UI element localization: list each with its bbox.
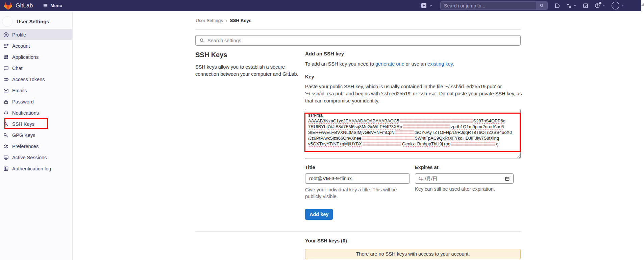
calendar-icon — [505, 176, 510, 181]
sidebar-item-preferences[interactable]: Preferences — [0, 141, 72, 152]
plus-icon — [421, 3, 426, 8]
chat-icon — [3, 66, 9, 71]
sidebar-item-account[interactable]: Account — [0, 40, 72, 51]
gitlab-logo-link[interactable]: GitLab — [4, 1, 33, 10]
key-field-help: Paste your public SSH key, which is usua… — [305, 83, 522, 104]
new-item-dropdown[interactable] — [421, 0, 432, 11]
redacted-blur — [395, 130, 414, 134]
key-icon — [3, 133, 9, 138]
sidebar-item-authentication-log[interactable]: Authentication log — [0, 163, 72, 174]
menu-button[interactable]: Menu — [43, 3, 62, 8]
avatar — [2, 16, 13, 27]
sidebar-item-label: GPG Keys — [12, 133, 35, 138]
ssh-key-line: AAAAB3NzaC1yc2EAAAADAQABAAABAQC5S297nS4Q… — [308, 118, 517, 124]
sidebar-item-ssh-keys[interactable]: SSH Keys — [0, 118, 72, 129]
title-field-label: Title — [305, 165, 315, 170]
tokens-icon — [3, 77, 9, 82]
ssh-key-text: Genkx+BmhppThU9j roo — [402, 141, 450, 146]
sidebar-item-label: Applications — [12, 54, 39, 60]
generate-one-link[interactable]: generate one — [375, 61, 404, 67]
expires-date-input[interactable]: 年 /月/日 — [415, 173, 514, 184]
profile-icon — [3, 32, 9, 38]
ssh-key-text: v5GXTnyYT/NT+gMjlUYBX — [308, 141, 362, 146]
sidebar-item-emails[interactable]: Emails — [0, 85, 72, 96]
issues-icon[interactable] — [554, 3, 560, 8]
gitlab-tanuki-icon — [4, 1, 13, 10]
sidebar-item-label: SSH Keys — [12, 121, 34, 127]
title-input[interactable] — [305, 173, 410, 184]
sidebar-item-profile[interactable]: Profile — [0, 29, 72, 40]
sidebar-item-gpg-keys[interactable]: GPG Keys — [0, 129, 72, 141]
screen-corner-artifact — [641, 3, 644, 6]
title-field-help: Give your individual key a title. This w… — [305, 186, 413, 200]
expires-field-help: Key can still be used after expiration. — [415, 186, 495, 192]
sidebar-item-label: Chat — [12, 66, 23, 71]
preferences-icon — [3, 144, 9, 149]
avatar — [612, 2, 619, 9]
breadcrumb-user-settings[interactable]: User Settings — [196, 18, 223, 23]
todos-icon[interactable] — [583, 3, 588, 8]
sidebar-item-label: Preferences — [12, 144, 39, 149]
ssh-key-text: zprth1Q1m9pmr2nrodAas6 — [451, 124, 504, 129]
intro-suffix: . — [453, 61, 454, 67]
ssh-key-text: 7RUIBYbj7dJiB8d7FM6sq8McGcWLPH4P3XRn — [308, 124, 402, 129]
ssh-key-text: /Jz6PtP/wkSizs66OnvXnee — [308, 136, 362, 141]
hamburger-icon — [43, 3, 48, 8]
sidebar-item-label: Notifications — [12, 110, 39, 116]
sidebar-item-access-tokens[interactable]: Access Tokens — [0, 74, 72, 85]
divider — [195, 29, 521, 30]
key-icon — [3, 121, 9, 127]
notifications-icon — [3, 110, 9, 116]
resize-handle[interactable] — [516, 155, 520, 158]
add-ssh-key-intro: To add an SSH key you need to generate o… — [305, 61, 454, 67]
search-icon — [199, 38, 204, 43]
sidebar-item-notifications[interactable]: Notifications — [0, 107, 72, 118]
breadcrumb-current: SSH Keys — [230, 18, 252, 23]
add-key-button[interactable]: Add key — [305, 209, 333, 220]
settings-sidebar: User Settings ProfileAccountApplications… — [0, 11, 73, 260]
ssh-key-line: 7RUIBYbj7dJiB8d7FM6sq8McGcWLPH4P3XRnzprt… — [308, 124, 517, 129]
menu-label: Menu — [50, 3, 62, 8]
sidebar-item-label: Password — [12, 99, 34, 104]
sidebar-item-chat[interactable]: Chat — [0, 63, 72, 74]
search-icon[interactable] — [536, 1, 547, 10]
date-placeholder: 年 /月/日 — [419, 175, 438, 182]
ssh-key-text: 5W4tFpAC9QxRrXFYkdHDJIFJlw7S8fXlnq — [415, 136, 499, 141]
expires-field-label: Expires at — [415, 165, 438, 170]
global-search-input[interactable] — [441, 2, 536, 9]
ssh-key-line: v5GXTnyYT/NT+gMjlUYBXGenkx+BmhppThU9j ro… — [308, 141, 517, 147]
intro-middle: or use an — [404, 61, 427, 67]
redacted-blur — [400, 119, 473, 123]
sidebar-item-password[interactable]: Password — [0, 96, 72, 107]
merge-requests-dropdown[interactable] — [566, 3, 576, 8]
breadcrumb: User Settings › SSH Keys — [196, 18, 251, 23]
password-icon — [3, 99, 9, 104]
search-settings-input[interactable] — [207, 38, 517, 43]
chevron-down-icon — [602, 4, 605, 7]
help-dropdown[interactable] — [595, 3, 605, 8]
ssh-key-line: /Jz6PtP/wkSizs66OnvXnee5W4tFpAC9QxRrXFYk… — [308, 135, 517, 141]
sidebar-menu: ProfileAccountApplicationsChatAccess Tok… — [0, 29, 72, 174]
global-search — [440, 1, 548, 10]
account-icon — [3, 43, 9, 49]
breadcrumb-separator: › — [226, 18, 227, 23]
chevron-down-icon — [429, 4, 432, 7]
navbar-icon-group — [554, 0, 624, 11]
merge-request-icon — [566, 3, 572, 8]
redacted-blur — [403, 124, 450, 128]
divider — [195, 231, 521, 232]
your-ssh-keys-heading: Your SSH keys (0) — [305, 238, 347, 243]
sidebar-item-label: Emails — [12, 88, 27, 93]
ssh-key-text: AAAAB3NzaC1yc2EAAAADAQABAAABAQC5 — [308, 118, 399, 123]
redacted-blur — [451, 142, 495, 146]
key-field-label: Key — [305, 74, 314, 79]
empty-keys-alert: There are no SSH keys with access to you… — [305, 249, 521, 259]
redacted-blur — [362, 136, 415, 140]
sidebar-item-applications[interactable]: Applications — [0, 51, 72, 63]
user-menu-dropdown[interactable] — [612, 2, 624, 9]
ssh-key-textarea[interactable]: ssh-rsaAAAAB3NzaC1yc2EAAAADAQABAAABAQC5S… — [305, 109, 521, 159]
sidebar-header: User Settings — [0, 11, 72, 28]
applications-icon — [3, 54, 9, 60]
existing-key-link[interactable]: existing key — [427, 61, 453, 67]
sidebar-item-active-sessions[interactable]: Active Sessions — [0, 152, 72, 163]
